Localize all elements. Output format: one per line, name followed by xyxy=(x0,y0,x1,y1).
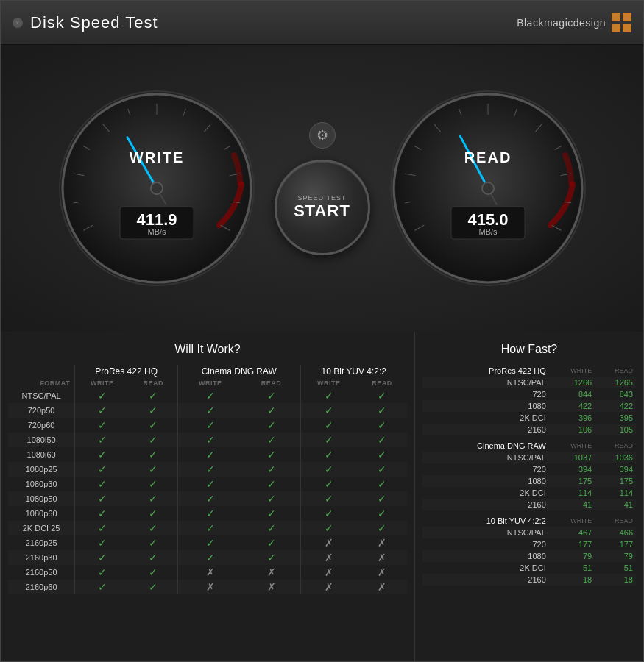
hf-data-row: 2160 106 105 xyxy=(422,424,636,435)
cell: ✓ xyxy=(75,535,130,550)
table-row: 1080p30✓✓✓✓✓✓ xyxy=(8,477,407,491)
hf-row-label: 2K DCI xyxy=(422,412,549,424)
cell: ✓ xyxy=(357,521,407,535)
hf-row-label: NTSC/PAL xyxy=(422,527,549,538)
table-row: 2160p30✓✓✓✓✗✗ xyxy=(8,550,407,565)
how-fast-panel: How Fast? ProRes 422 HQ WRITE READ NTSC/… xyxy=(415,332,643,661)
row-label: NTSC/PAL xyxy=(8,388,75,403)
group-title: 10 Bit YUV 4:2:2 xyxy=(422,510,549,527)
row-label: 2160p30 xyxy=(8,550,75,565)
start-label: START xyxy=(294,202,350,221)
read-gauge: READ 415.0 MB/s xyxy=(389,89,587,288)
close-button[interactable]: × xyxy=(13,18,23,28)
start-button[interactable]: SPEED TEST START xyxy=(275,160,370,255)
hf-data-row: 720 844 843 xyxy=(422,388,636,400)
hf-read-val: 843 xyxy=(595,388,636,400)
cell: ✓ xyxy=(178,477,243,491)
cell: ✓ xyxy=(300,506,357,521)
cell: ✗ xyxy=(300,535,357,550)
cell: ✗ xyxy=(242,580,300,594)
table-row: NTSC/PAL✓✓✓✓✓✓ xyxy=(8,388,407,403)
hf-data-row: 1080 422 422 xyxy=(422,400,636,412)
hf-write-val: 1037 xyxy=(549,452,595,463)
cell: ✓ xyxy=(242,433,300,447)
cell: ✓ xyxy=(300,433,357,447)
cell: ✓ xyxy=(178,418,243,433)
svg-text:MB/s: MB/s xyxy=(147,227,166,236)
cell: ✓ xyxy=(129,433,177,447)
hf-row-label: 720 xyxy=(422,388,549,400)
cell: ✓ xyxy=(357,462,407,477)
cell: ✓ xyxy=(357,447,407,462)
hf-row-label: 720 xyxy=(422,463,549,475)
row-label: 720p60 xyxy=(8,418,75,433)
cell: ✓ xyxy=(129,535,177,550)
cell: ✓ xyxy=(242,403,300,418)
logo-area: Blackmagicdesign xyxy=(517,13,631,32)
cell: ✓ xyxy=(300,521,357,535)
hf-write-val: 175 xyxy=(549,475,595,487)
table-row: 720p60✓✓✓✓✓✓ xyxy=(8,418,407,433)
read-subheader-2: READ xyxy=(242,378,300,388)
hf-data-row: 2160 41 41 xyxy=(422,499,636,510)
cell: ✗ xyxy=(300,580,357,594)
group-header-row: ProRes 422 HQ WRITE READ xyxy=(422,365,636,377)
write-col-label: WRITE xyxy=(549,435,595,452)
read-subheader-1: READ xyxy=(129,378,177,388)
row-label: 1080p50 xyxy=(8,491,75,506)
cell: ✓ xyxy=(357,506,407,521)
write-subheader-3: WRITE xyxy=(300,378,357,388)
hf-row-label: 1080 xyxy=(422,550,549,562)
group-title: ProRes 422 HQ xyxy=(422,365,549,377)
cell: ✓ xyxy=(242,418,300,433)
write-subheader-2: WRITE xyxy=(178,378,243,388)
cell: ✓ xyxy=(178,447,243,462)
hf-read-val: 79 xyxy=(595,550,636,562)
write-col-label: WRITE xyxy=(549,365,595,377)
hf-write-val: 844 xyxy=(549,388,595,400)
cell: ✓ xyxy=(300,477,357,491)
yuv-header: 10 Bit YUV 4:2:2 xyxy=(300,365,407,378)
cell: ✓ xyxy=(357,433,407,447)
title-bar: × Disk Speed Test Blackmagicdesign xyxy=(1,1,643,45)
cell: ✓ xyxy=(178,403,243,418)
cell: ✓ xyxy=(178,388,243,403)
hf-data-row: 2K DCI 114 114 xyxy=(422,487,636,499)
cell: ✓ xyxy=(129,477,177,491)
cell: ✓ xyxy=(129,521,177,535)
read-subheader-3: READ xyxy=(357,378,407,388)
hf-row-label: 2160 xyxy=(422,424,549,435)
svg-text:MB/s: MB/s xyxy=(478,227,498,236)
logo-square-3 xyxy=(612,24,620,32)
speed-test-label: SPEED TEST xyxy=(298,194,347,202)
cell: ✓ xyxy=(75,491,130,506)
cell: ✓ xyxy=(242,477,300,491)
hf-row-label: 1080 xyxy=(422,400,549,412)
hf-read-val: 394 xyxy=(595,463,636,475)
svg-text:WRITE: WRITE xyxy=(129,149,183,166)
app-title: Disk Speed Test xyxy=(30,13,158,32)
hf-data-row: 720 177 177 xyxy=(422,538,636,550)
hf-write-val: 396 xyxy=(549,412,595,424)
cell: ✓ xyxy=(75,477,130,491)
title-bar-left: × Disk Speed Test xyxy=(13,13,158,32)
hf-read-val: 177 xyxy=(595,538,636,550)
cell: ✓ xyxy=(242,535,300,550)
logo-square-4 xyxy=(623,24,631,32)
table-row: 1080p50✓✓✓✓✓✓ xyxy=(8,491,407,506)
cell: ✓ xyxy=(178,521,243,535)
row-label: 2K DCI 25 xyxy=(8,521,75,535)
row-label: 2160p60 xyxy=(8,580,75,594)
settings-button[interactable]: ⚙ xyxy=(309,122,336,149)
cell: ✓ xyxy=(242,550,300,565)
hf-read-val: 1036 xyxy=(595,452,636,463)
cell: ✗ xyxy=(300,565,357,580)
write-subheader-1: WRITE xyxy=(75,378,130,388)
cell: ✓ xyxy=(178,535,243,550)
gauge-section: WRITE 411.9 MB/s ⚙ SPEED TEST START xyxy=(1,45,643,332)
format-subheader: FORMAT xyxy=(8,378,75,388)
hf-write-val: 106 xyxy=(549,424,595,435)
hf-row-label: 720 xyxy=(422,538,549,550)
hf-read-val: 1265 xyxy=(595,377,636,388)
cell: ✓ xyxy=(357,388,407,403)
